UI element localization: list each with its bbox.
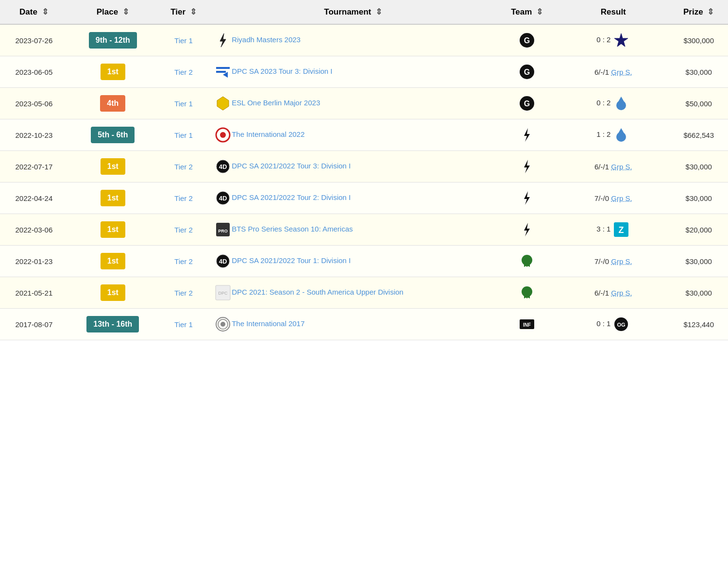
tournament-cell[interactable]: Riyadh Masters 2023 [209,24,497,56]
svg-point-35 [522,286,532,297]
result-cell: 6/-/1 Grp S. [557,277,669,309]
col-result: Result [557,0,669,24]
score-value: 6/-/1 [594,163,609,171]
svg-marker-18 [617,128,625,135]
place-cell: 1st [68,56,158,88]
tournament-cell[interactable]: DPCDPC 2021: Season 2 - South America Up… [209,277,497,309]
result-cell: 6/-/1 Grp S. [557,56,669,88]
team-cell: G [497,88,557,119]
col-prize[interactable]: Prize ⇕ [669,0,728,24]
prize-cell: $50,000 [669,88,728,119]
result-label: Grp S. [611,68,632,76]
tournament-link[interactable]: The International 2017 [232,319,305,328]
tournament-cell[interactable]: ESL One Berlin Major 2023 [209,88,497,119]
svg-text:4D: 4D [219,163,227,170]
date-cell: 2022-01-23 [0,246,68,277]
table-row: 2023-07-269th - 12thTier 1Riyadh Masters… [0,24,728,56]
svg-text:G: G [524,100,530,108]
sort-icon-date: ⇕ [42,7,49,17]
score-value: 6/-/1 [594,289,609,297]
tournament-link[interactable]: DPC SA 2023 Tour 3: Division I [232,67,332,75]
table-row: 2017-08-0713th - 16thTier 1The Internati… [0,309,728,340]
svg-point-38 [220,322,225,327]
table-row: 2022-04-241stTier 24DDPC SA 2021/2022 To… [0,182,728,214]
tournament-cell[interactable]: The International 2017 [209,309,497,340]
tier-cell: Tier 1 [158,309,209,340]
result-cell: 0 : 1 OG [557,309,669,340]
place-cell: 1st [68,151,158,182]
table-row: 2022-10-235th - 6thTier 1The Internation… [0,119,728,151]
sort-icon-tournament: ⇕ [375,7,382,17]
tier-cell: Tier 2 [158,56,209,88]
tournament-cell[interactable]: The International 2022 [209,119,497,151]
tier-cell: Tier 2 [158,214,209,246]
tournament-cell[interactable]: 4DDPC SA 2021/2022 Tour 1: Division I [209,246,497,277]
tier-cell: Tier 2 [158,277,209,309]
score-value: 0 : 2 [596,99,610,107]
col-place[interactable]: Place ⇕ [68,0,158,24]
tournament-cell[interactable]: 4DDPC SA 2021/2022 Tour 3: Division I [209,151,497,182]
svg-marker-13 [617,97,625,103]
score-value: 0 : 1 [596,319,610,328]
prize-cell: $30,000 [669,56,728,88]
tournament-cell[interactable]: DPC SA 2023 Tour 3: Division I [209,56,497,88]
result-cell: 7/-/0 Grp S. [557,182,669,214]
tier-cell: Tier 1 [158,24,209,56]
svg-text:PRO: PRO [218,229,228,233]
tournament-link[interactable]: DPC SA 2021/2022 Tour 2: Division I [232,193,351,201]
col-tier[interactable]: Tier ⇕ [158,0,209,24]
score-value: 3 : 1 [596,225,610,233]
prize-cell: $30,000 [669,277,728,309]
svg-marker-3 [614,33,628,47]
team-cell [497,119,557,151]
table-row: 2022-01-231stTier 24DDPC SA 2021/2022 To… [0,246,728,277]
prize-cell: $662,543 [669,119,728,151]
place-cell: 4th [68,88,158,119]
date-cell: 2022-03-06 [0,214,68,246]
sort-icon-prize: ⇕ [707,7,714,17]
svg-marker-9 [217,97,229,110]
team-cell [497,246,557,277]
tournament-cell[interactable]: 4DDPC SA 2021/2022 Tour 2: Division I [209,182,497,214]
tier-cell: Tier 2 [158,151,209,182]
col-date[interactable]: Date ⇕ [0,0,68,24]
table-row: 2023-06-051stTier 2DPC SA 2023 Tour 3: D… [0,56,728,88]
result-cell: 7/-/0 Grp S. [557,246,669,277]
result-cell: 0 : 2 [557,88,669,119]
svg-text:Z: Z [619,225,624,235]
col-team[interactable]: Team ⇕ [497,0,557,24]
svg-point-15 [220,132,226,138]
place-badge: 13th - 16th [86,316,139,332]
place-cell: 1st [68,277,158,309]
col-tournament[interactable]: Tournament ⇕ [209,0,497,24]
place-badge: 4th [100,95,125,112]
tournament-link[interactable]: BTS Pro Series Season 10: Americas [232,225,353,233]
tournament-link[interactable]: ESL One Berlin Major 2023 [232,99,320,107]
team-cell: G [497,24,557,56]
table-header-row: Date ⇕ Place ⇕ Tier ⇕ Tournament ⇕ Team [0,0,728,24]
tournament-cell[interactable]: PROBTS Pro Series Season 10: Americas [209,214,497,246]
svg-marker-16 [524,128,530,142]
place-badge: 1st [101,284,125,301]
prize-cell: $123,440 [669,309,728,340]
svg-text:4D: 4D [219,258,227,265]
tournament-link[interactable]: The International 2022 [232,130,305,138]
result-cell: 0 : 2 [557,24,669,56]
sort-icon-place: ⇕ [122,7,129,17]
place-badge: 9th - 12th [89,32,137,49]
date-cell: 2023-05-06 [0,88,68,119]
score-value: 0 : 2 [596,35,610,44]
score-value: 1 : 2 [596,130,610,138]
result-cell: 1 : 2 [557,119,669,151]
prize-cell: $30,000 [669,151,728,182]
tournament-link[interactable]: DPC 2021: Season 2 - South America Upper… [232,288,404,296]
table-row: 2022-07-171stTier 24DDPC SA 2021/2022 To… [0,151,728,182]
prize-cell: $30,000 [669,246,728,277]
result-cell: 3 : 1 Z [557,214,669,246]
tournament-link[interactable]: Riyadh Masters 2023 [232,35,301,44]
score-value: 7/-/0 [594,257,609,265]
svg-text:4D: 4D [219,195,227,202]
prize-cell: $300,000 [669,24,728,56]
tournament-link[interactable]: DPC SA 2021/2022 Tour 3: Division I [232,162,351,170]
tournament-link[interactable]: DPC SA 2021/2022 Tour 1: Division I [232,256,351,265]
